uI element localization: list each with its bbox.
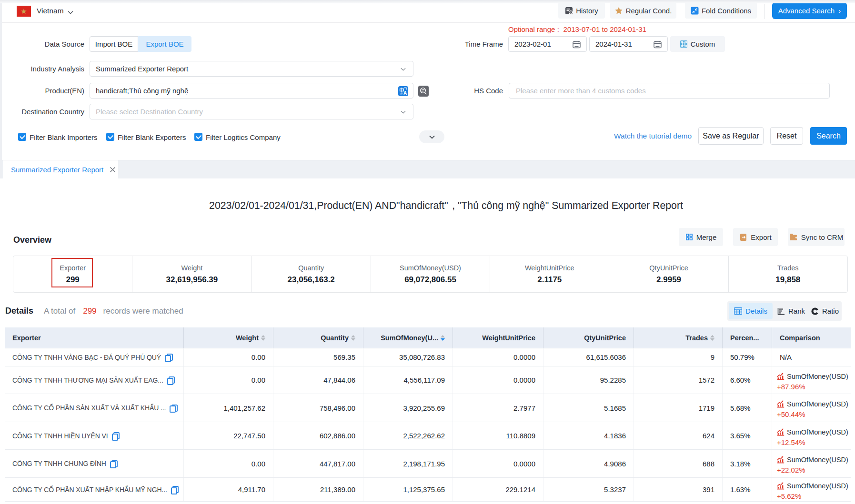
svg-text:A: A [403, 90, 407, 96]
